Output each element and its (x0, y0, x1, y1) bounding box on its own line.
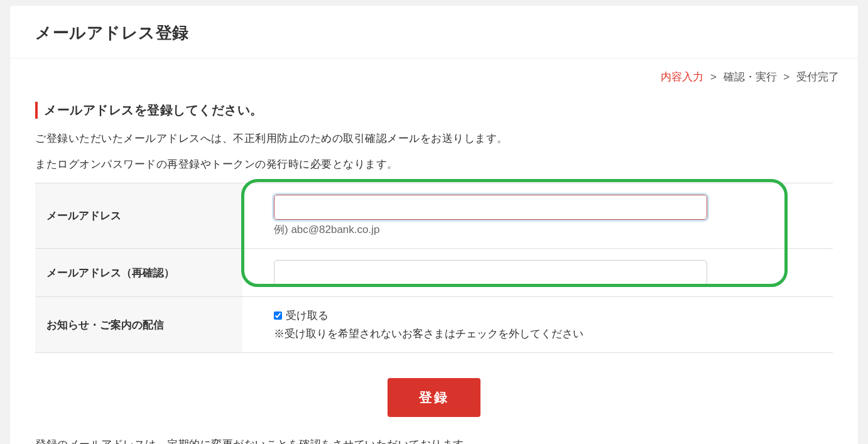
email-input[interactable] (274, 195, 707, 220)
form-wrapper: メールアドレス 例) abc@82bank.co.jp メールアドレス（再確認）… (35, 183, 833, 353)
breadcrumb-sep: > (783, 71, 789, 83)
email-hint: 例) abc@82bank.co.jp (274, 222, 814, 237)
submit-area: 登録 (35, 378, 833, 417)
footer-note: 登録のメールアドレスは、定期的に変更がないことを確認をさせていただいております。 (35, 437, 833, 444)
breadcrumb-step-1: 内容入力 (661, 71, 703, 83)
row-optin: お知らせ・ご案内の配信 受け取る ※受け取りを希望されないお客さまはチェックを外… (35, 297, 833, 353)
label-email-confirm: メールアドレス（再確認） (35, 249, 242, 297)
breadcrumb-sep: > (710, 71, 717, 83)
label-email: メールアドレス (35, 183, 242, 249)
optin-note: ※受け取りを希望されないお客さまはチェックを外してください (274, 327, 814, 341)
submit-button[interactable]: 登録 (388, 378, 480, 417)
breadcrumb: 内容入力 > 確認・実行 > 受付完了 (10, 58, 858, 89)
optin-checkbox-label: 受け取る (286, 308, 328, 323)
content-area: メールアドレスを登録してください。 ご登録いただいたメールアドレスへは、不正利用… (10, 89, 858, 417)
page-title: メールアドレス登録 (10, 6, 858, 58)
row-email-confirm: メールアドレス（再確認） (35, 249, 833, 297)
description-line-2: またログオンパスワードの再登録やトークンの発行時に必要となります。 (35, 157, 833, 171)
form-card: メールアドレス登録 内容入力 > 確認・実行 > 受付完了 メールアドレスを登録… (9, 5, 859, 444)
label-optin: お知らせ・ご案内の配信 (35, 297, 242, 353)
email-confirm-input[interactable] (274, 260, 707, 285)
breadcrumb-step-2: 確認・実行 (724, 71, 777, 83)
optin-checkbox[interactable] (274, 311, 282, 320)
section-heading: メールアドレスを登録してください。 (35, 102, 833, 119)
row-email: メールアドレス 例) abc@82bank.co.jp (35, 183, 833, 249)
form-table: メールアドレス 例) abc@82bank.co.jp メールアドレス（再確認）… (35, 183, 833, 353)
breadcrumb-step-3: 受付完了 (796, 71, 839, 83)
description-line-1: ご登録いただいたメールアドレスへは、不正利用防止のための取引確認メールをお送りし… (35, 131, 833, 146)
